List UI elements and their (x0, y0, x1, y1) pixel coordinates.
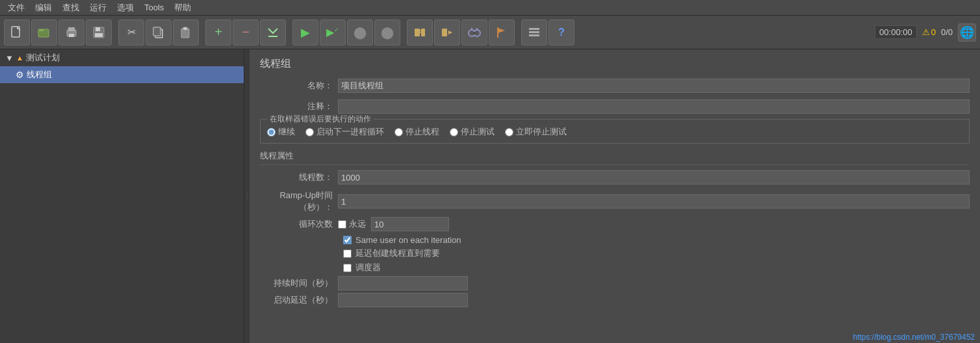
name-label: 名称： (260, 80, 338, 92)
sidebar-plan-label: 测试计划 (26, 52, 60, 64)
status-url[interactable]: https://blog.csdn.net/m0_37679452 (853, 333, 975, 342)
sidebar-test-plan[interactable]: ▼ ▲ 测试计划 (0, 49, 244, 66)
action-stop-now-radio[interactable] (505, 128, 513, 136)
toolbar-clear-button[interactable] (260, 19, 286, 45)
svg-rect-21 (473, 32, 476, 34)
loop-count-label: 循环次数 (260, 218, 338, 230)
toolbar-paste-button[interactable] (173, 19, 199, 45)
menu-find[interactable]: 查找 (57, 1, 84, 15)
svg-rect-28 (529, 34, 539, 36)
sidebar-arrow-icon: ▼ (5, 53, 14, 63)
toolbar-new-button[interactable] (4, 19, 30, 45)
toolbar-help-button[interactable]: ? (548, 19, 574, 45)
svg-rect-15 (421, 29, 425, 36)
forever-checkbox[interactable] (338, 220, 346, 229)
toolbar-stop-shutdown-button[interactable]: ⬤ (374, 19, 400, 45)
menu-tools[interactable]: Tools (139, 1, 169, 14)
action-radio-group: 继续 启动下一进程循环 停止线程 停止测试 立即停止测试 (267, 126, 962, 138)
scheduler-checkbox[interactable] (343, 264, 352, 272)
toolbar-tool2-button[interactable] (434, 19, 460, 45)
duration-label: 持续时间（秒） (260, 277, 338, 289)
action-continue-radio[interactable] (267, 128, 276, 136)
action-stop-now[interactable]: 立即停止测试 (505, 126, 567, 138)
rampup-row: Ramp-Up时间（秒）： (260, 190, 970, 213)
same-user-row: Same user on each iteration (343, 235, 970, 245)
menu-help[interactable]: 帮助 (169, 1, 196, 15)
toolbar-run-check-button[interactable]: ▶✓ (320, 19, 346, 45)
action-group-title: 在取样器错误后要执行的动作 (267, 114, 374, 125)
scheduler-row: 调度器 (343, 262, 970, 273)
delay-create-row: 延迟创建线程直到需要 (343, 248, 970, 259)
thread-count-input[interactable] (338, 170, 970, 184)
delay-create-checkbox[interactable] (343, 249, 352, 258)
action-next-loop-radio[interactable] (305, 128, 314, 136)
same-user-checkbox[interactable] (343, 236, 352, 244)
toolbar-run-button[interactable]: ▶ (292, 19, 318, 45)
resize-handle[interactable]: ··· (244, 49, 250, 343)
action-stop-test-radio[interactable] (450, 128, 458, 136)
warning-count: 0 (931, 27, 936, 37)
comment-row: 注释： (260, 98, 970, 115)
sidebar-thread-group[interactable]: ⚙ 线程组 (0, 66, 244, 83)
svg-rect-26 (529, 28, 539, 30)
toolbar-binoculars-button[interactable] (461, 19, 487, 45)
comment-label: 注释： (260, 101, 338, 112)
toolbar-print-button[interactable] (58, 19, 84, 45)
svg-rect-12 (183, 27, 187, 30)
warning-icon: ⚠ (922, 27, 930, 37)
name-input[interactable] (338, 79, 970, 93)
thread-count-label: 线程数： (260, 172, 338, 183)
startup-delay-input[interactable] (338, 293, 468, 307)
action-stop-test[interactable]: 停止测试 (450, 126, 495, 138)
action-stop-test-label: 停止测试 (461, 126, 495, 138)
toolbar-cut-button[interactable]: ✂ (118, 19, 144, 45)
loop-count-row: 循环次数 永远 (260, 217, 970, 231)
rampup-input[interactable] (338, 194, 970, 209)
duration-input[interactable] (338, 276, 468, 290)
sidebar-group-label: 线程组 (27, 69, 52, 81)
toolbar-tool1-button[interactable] (407, 19, 433, 45)
section-title: 线程组 (260, 57, 970, 71)
warning-badge: ⚠ 0 (922, 27, 936, 37)
menu-run[interactable]: 运行 (84, 1, 112, 15)
action-stop-thread-radio[interactable] (394, 128, 403, 136)
forever-checkbox-label[interactable]: 永远 (338, 218, 366, 230)
action-group: 在取样器错误后要执行的动作 继续 启动下一进程循环 停止线程 停止测试 (260, 119, 970, 144)
toolbar-copy-button[interactable] (146, 19, 172, 45)
toolbar-open-button[interactable] (31, 19, 57, 45)
toolbar-add-button[interactable]: + (205, 19, 231, 45)
loop-count-input[interactable] (371, 217, 449, 231)
same-user-label: Same user on each iteration (355, 235, 461, 245)
startup-delay-label: 启动延迟（秒） (260, 294, 338, 306)
toolbar-stop-button[interactable]: ⬤ (347, 19, 373, 45)
toolbar: ✂ + − ▶ ▶✓ ⬤ ⬤ ? 00:00:00 (0, 16, 980, 49)
content-panel: 线程组 名称： 注释： 在取样器错误后要执行的动作 继续 启动下一进程循环 (250, 49, 980, 343)
thread-properties-section: 线程属性 线程数： Ramp-Up时间（秒）： 循环次数 永远 (260, 150, 970, 307)
menu-file[interactable]: 文件 (3, 1, 30, 15)
page-count: 0/0 (941, 27, 953, 37)
action-stop-thread[interactable]: 停止线程 (394, 126, 439, 138)
globe-button[interactable]: 🌐 (958, 23, 976, 42)
menu-options[interactable]: 选项 (112, 1, 139, 15)
toolbar-list-button[interactable] (521, 19, 547, 45)
svg-marker-25 (498, 28, 505, 33)
action-continue[interactable]: 继续 (267, 126, 295, 138)
action-stop-thread-label: 停止线程 (406, 126, 439, 138)
thread-count-row: 线程数： (260, 169, 970, 186)
svg-rect-7 (96, 27, 100, 31)
forever-label: 永远 (349, 218, 366, 230)
toolbar-save-button[interactable] (86, 19, 112, 45)
duration-row: 持续时间（秒） (260, 276, 970, 290)
svg-rect-10 (153, 27, 161, 36)
svg-rect-14 (415, 29, 420, 36)
action-next-loop[interactable]: 启动下一进程循环 (305, 126, 384, 138)
startup-delay-row: 启动延迟（秒） (260, 293, 970, 307)
comment-input[interactable] (338, 99, 970, 114)
svg-rect-18 (442, 29, 447, 36)
toolbar-flag-button[interactable] (489, 19, 515, 45)
scheduler-label: 调度器 (355, 262, 381, 273)
menu-edit[interactable]: 编辑 (30, 1, 57, 15)
toolbar-remove-button[interactable]: − (233, 19, 259, 45)
svg-rect-8 (95, 33, 103, 37)
timer-display: 00:00:00 (875, 25, 917, 39)
